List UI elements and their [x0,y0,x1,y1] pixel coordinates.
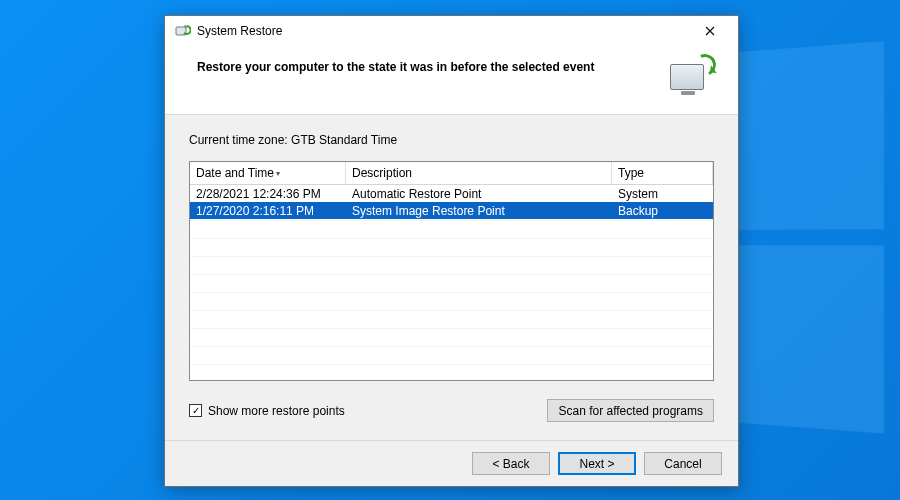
system-restore-icon [175,23,191,39]
show-more-label: Show more restore points [208,404,345,418]
scan-affected-button[interactable]: Scan for affected programs [547,399,714,422]
cancel-button[interactable]: Cancel [644,452,722,475]
cell-type: Backup [612,204,713,218]
col-header-description[interactable]: Description [346,162,612,184]
restore-hero-icon [666,56,714,98]
sort-caret-icon: ▾ [276,169,280,178]
next-button[interactable]: Next > [558,452,636,475]
show-more-checkbox[interactable]: ✓ Show more restore points [189,404,345,418]
table-row[interactable]: 1/27/2020 2:16:11 PMSystem Image Restore… [190,202,713,219]
col-header-datetime[interactable]: Date and Time ▾ [190,162,346,184]
wizard-content: Current time zone: GTB Standard Time Dat… [165,115,738,440]
cell-description: Automatic Restore Point [346,187,612,201]
table-row[interactable]: 2/28/2021 12:24:36 PMAutomatic Restore P… [190,185,713,202]
system-restore-dialog: System Restore Restore your computer to … [164,15,739,487]
cell-type: System [612,187,713,201]
below-list-row: ✓ Show more restore points Scan for affe… [189,399,714,422]
page-heading: Restore your computer to the state it wa… [197,56,594,74]
close-button[interactable] [688,17,732,45]
wizard-footer: < Back Next > Cancel [165,440,738,486]
list-header: Date and Time ▾ Description Type [190,162,713,185]
window-title: System Restore [197,24,688,38]
cell-description: System Image Restore Point [346,204,612,218]
list-body: 2/28/2021 12:24:36 PMAutomatic Restore P… [190,185,713,380]
cell-datetime: 1/27/2020 2:16:11 PM [190,204,346,218]
checkbox-icon: ✓ [189,404,202,417]
wizard-header: Restore your computer to the state it wa… [165,46,738,115]
restore-points-list[interactable]: Date and Time ▾ Description Type 2/28/20… [189,161,714,381]
col-header-type[interactable]: Type [612,162,713,184]
titlebar: System Restore [165,16,738,46]
timezone-label: Current time zone: GTB Standard Time [189,133,714,147]
back-button[interactable]: < Back [472,452,550,475]
col-header-datetime-label: Date and Time [196,166,274,180]
cell-datetime: 2/28/2021 12:24:36 PM [190,187,346,201]
